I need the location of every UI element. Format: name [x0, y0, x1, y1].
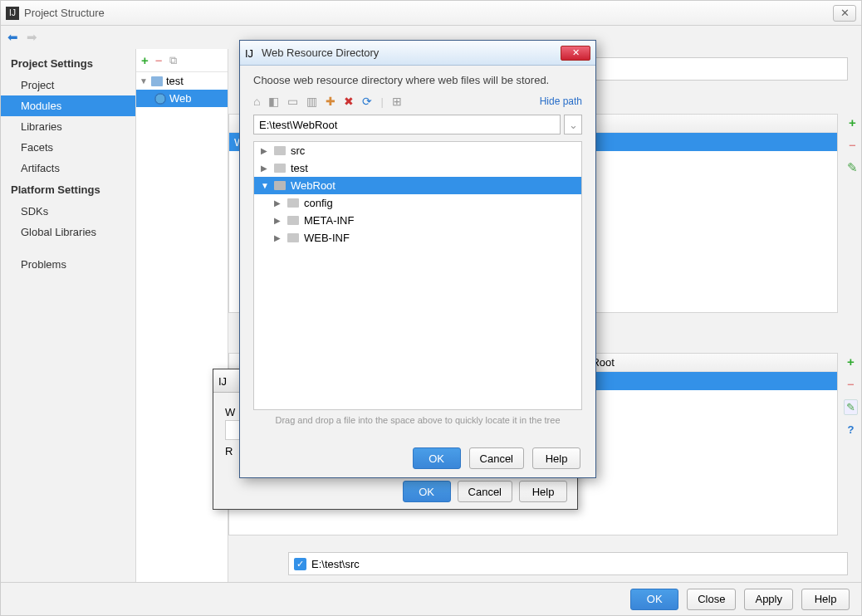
help-icon[interactable]: ?: [848, 423, 855, 436]
folder-icon: [287, 233, 299, 242]
module-icon[interactable]: ▥: [306, 95, 317, 108]
chevron-right-icon: ▶: [261, 164, 269, 173]
tree-node-src[interactable]: ▶ src: [254, 142, 581, 159]
folder-icon: [287, 198, 299, 208]
project-settings-header: Project Settings: [1, 52, 135, 75]
project-icon[interactable]: ▭: [287, 95, 298, 108]
apply-button[interactable]: Apply: [744, 589, 793, 610]
chevron-down-icon: ▼: [140, 76, 148, 86]
remove-icon[interactable]: −: [847, 377, 855, 391]
node-label: config: [304, 197, 333, 209]
new-folder-icon[interactable]: ✚: [326, 95, 335, 108]
node-label: src: [291, 144, 305, 157]
folder-icon: [274, 146, 286, 155]
sidebar-item-sdks[interactable]: SDKs: [1, 201, 135, 222]
path-input[interactable]: [253, 115, 561, 134]
wr-cancel-button[interactable]: Cancel: [469, 447, 524, 469]
src-checkbox[interactable]: ✓: [294, 558, 306, 570]
directory-tree[interactable]: ▶ src ▶ test ▼ WebRoot ▶ config ▶ META-I…: [253, 141, 582, 410]
inner-cancel-button[interactable]: Cancel: [458, 481, 512, 502]
back-arrow-icon[interactable]: ⬅: [7, 30, 18, 45]
chevron-down-icon: ▼: [261, 181, 269, 190]
wr-titlebar: IJ Web Resource Directory ✕: [240, 41, 595, 66]
sidebar-item-modules[interactable]: Modules: [1, 95, 135, 116]
resource-dirs-actions: + − ✎ ?: [844, 354, 858, 436]
window-close-button[interactable]: ✕: [833, 5, 856, 22]
window-title: Project Structure: [24, 7, 833, 19]
edit-icon[interactable]: ✎: [844, 399, 858, 415]
wr-help-button[interactable]: Help: [532, 447, 580, 469]
remove-icon[interactable]: −: [155, 53, 163, 67]
tree-node-web[interactable]: Web: [136, 90, 228, 107]
chevron-right-icon: ▶: [274, 198, 282, 208]
module-icon: [151, 76, 163, 86]
history-icon[interactable]: ⌄: [564, 115, 582, 134]
show-hidden-icon[interactable]: ⊞: [392, 95, 402, 108]
wr-toolbar: ⌂ ◧ ▭ ▥ ✚ ✖ ⟳ | ⊞ Hide path: [240, 91, 595, 111]
folder-icon: [274, 164, 286, 173]
add-icon[interactable]: +: [141, 53, 149, 67]
tree-node-config[interactable]: ▶ config: [254, 194, 581, 212]
forward-arrow-icon[interactable]: ➡: [27, 30, 37, 45]
inner-ok-button[interactable]: OK: [403, 481, 451, 502]
sidebar-item-global-libraries[interactable]: Global Libraries: [1, 222, 135, 242]
delete-icon[interactable]: ✖: [344, 95, 354, 108]
app-icon: IJ: [6, 7, 19, 20]
descriptors-actions: + − ✎: [847, 115, 858, 175]
wr-title-text: Web Resource Directory: [262, 46, 561, 59]
app-icon: IJ: [218, 375, 230, 387]
wr-description: Choose web resource directory where web …: [240, 66, 595, 91]
titlebar: IJ Project Structure ✕: [1, 1, 861, 26]
inner-help-button[interactable]: Help: [519, 481, 567, 502]
tree-node-webinf[interactable]: ▶ WEB-INF: [254, 229, 581, 247]
sidebar-item-project[interactable]: Project: [1, 75, 135, 95]
help-button[interactable]: Help: [801, 589, 850, 610]
web-resource-dialog: IJ Web Resource Directory ✕ Choose web r…: [239, 40, 596, 478]
sidebar-item-problems[interactable]: Problems: [1, 254, 135, 275]
settings-sidebar: Project Settings Project Modules Librari…: [1, 49, 135, 584]
node-label: WebRoot: [291, 179, 335, 192]
node-label: META-INF: [304, 214, 354, 227]
folder-icon: [287, 216, 299, 225]
sidebar-item-facets[interactable]: Facets: [1, 137, 135, 158]
source-roots-row: ✓ E:\test\src: [288, 552, 848, 575]
tree-toolbar: + − ⧉: [136, 49, 228, 72]
platform-settings-header: Platform Settings: [1, 178, 135, 201]
sidebar-item-libraries[interactable]: Libraries: [1, 116, 135, 137]
add-icon[interactable]: +: [849, 115, 856, 130]
close-button[interactable]: Close: [687, 589, 736, 610]
tree-node-test[interactable]: ▼ test: [136, 72, 228, 90]
web-icon: [154, 93, 166, 105]
refresh-icon[interactable]: ⟳: [362, 95, 372, 108]
sidebar-item-artifacts[interactable]: Artifacts: [1, 158, 135, 178]
hide-path-link[interactable]: Hide path: [540, 95, 582, 107]
folder-open-icon: [274, 181, 286, 190]
chevron-right-icon: ▶: [274, 233, 282, 242]
tree-node-test[interactable]: ▶ test: [254, 159, 581, 177]
copy-icon[interactable]: ⧉: [169, 54, 177, 67]
node-label: WEB-INF: [304, 232, 350, 244]
desktop-icon[interactable]: ◧: [268, 95, 279, 108]
chevron-right-icon: ▶: [261, 146, 269, 155]
app-icon: IJ: [245, 47, 257, 59]
tree-node-label: Web: [169, 92, 192, 105]
edit-icon[interactable]: ✎: [847, 160, 858, 175]
wr-ok-button[interactable]: OK: [413, 447, 461, 469]
ok-button[interactable]: OK: [630, 589, 678, 610]
tree-node-metainf[interactable]: ▶ META-INF: [254, 212, 581, 229]
tree-node-label: test: [166, 75, 184, 87]
src-path-label: E:\test\src: [311, 558, 360, 570]
node-label: test: [291, 162, 308, 174]
wr-close-button[interactable]: ✕: [561, 46, 590, 61]
wr-hint-text: Drag and drop a file into the space abov…: [240, 410, 595, 425]
home-icon[interactable]: ⌂: [253, 95, 260, 108]
dialog-button-bar: OK Close Apply Help: [1, 582, 861, 615]
add-icon[interactable]: +: [847, 354, 855, 369]
remove-icon[interactable]: −: [849, 138, 856, 152]
chevron-right-icon: ▶: [274, 216, 282, 225]
tree-node-webroot[interactable]: ▼ WebRoot: [254, 177, 581, 194]
